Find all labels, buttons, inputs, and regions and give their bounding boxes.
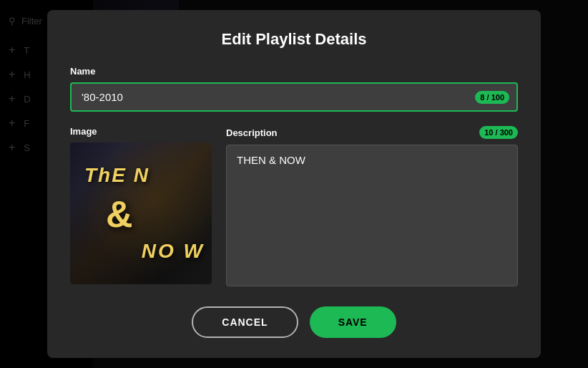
description-textarea[interactable] — [226, 145, 518, 286]
description-section: Description 10 / 300 — [226, 126, 518, 286]
image-label: Image — [70, 126, 212, 137]
edit-playlist-modal: Edit Playlist Details Name 8 / 100 Image… — [47, 10, 541, 358]
name-label: Name — [70, 66, 518, 77]
thumb-text-line1: ThE N — [84, 164, 150, 187]
description-label: Description — [226, 127, 278, 138]
modal-title: Edit Playlist Details — [70, 30, 518, 49]
image-section: Image ThE N & NO W — [70, 126, 212, 284]
name-input[interactable] — [70, 82, 518, 112]
image-desc-row: Image ThE N & NO W Description 10 / 300 — [70, 126, 518, 286]
modal-overlay: Edit Playlist Details Name 8 / 100 Image… — [0, 0, 588, 368]
cancel-button[interactable]: CANCEL — [192, 306, 298, 338]
save-button[interactable]: SAVE — [310, 306, 396, 338]
thumb-ampersand: & — [106, 193, 133, 236]
modal-actions: CANCEL SAVE — [70, 306, 518, 338]
thumb-text-line2: NO W — [142, 240, 205, 263]
name-field-wrapper: 8 / 100 — [70, 82, 518, 112]
description-char-count: 10 / 300 — [479, 126, 518, 139]
playlist-thumbnail[interactable]: ThE N & NO W — [70, 142, 212, 284]
name-char-count: 8 / 100 — [475, 91, 509, 104]
desc-header: Description 10 / 300 — [226, 126, 518, 139]
